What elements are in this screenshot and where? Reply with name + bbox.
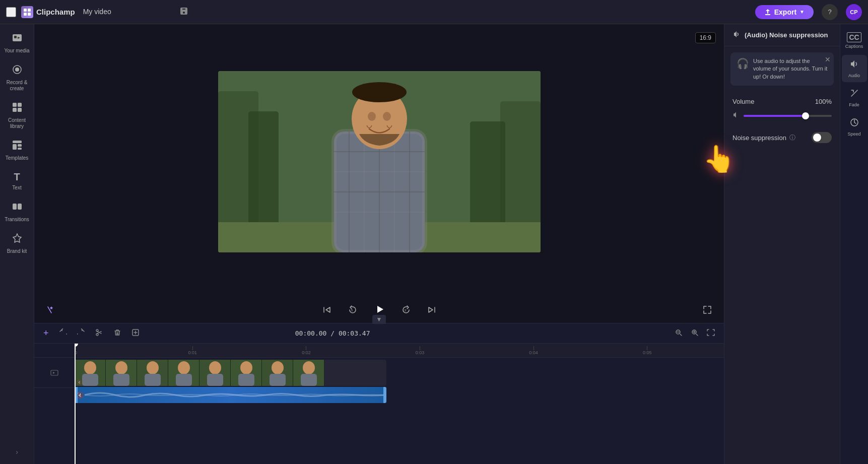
timeline-toolbar: + 00:00.00 / 00:03.47 (34, 323, 724, 344)
svg-rect-67 (270, 374, 286, 386)
svg-rect-70 (301, 374, 317, 386)
volume-label: Volume (732, 98, 754, 105)
sidebar-item-templates[interactable]: Templates (2, 136, 32, 165)
svg-point-66 (272, 361, 284, 374)
sidebar-item-brand-kit[interactable]: Brand kit (2, 229, 32, 258)
fast-forward-button[interactable]: 5 (398, 303, 415, 319)
timeline-track-labels (34, 344, 75, 464)
svg-rect-12 (13, 141, 22, 143)
sidebar-item-label-content-library: Content library (4, 117, 30, 129)
sidebar-collapse-button[interactable]: › (12, 444, 22, 460)
zoom-in-button[interactable] (688, 327, 702, 340)
speed-label: Speed (847, 131, 860, 137)
audio-right-icon (849, 59, 859, 72)
rewind-button[interactable]: 5 (344, 303, 361, 319)
center-area: 16:9 (34, 24, 724, 464)
sidebar-item-label-brand-kit: Brand kit (7, 248, 27, 254)
volume-slider[interactable] (744, 115, 832, 117)
svg-point-54 (147, 361, 159, 374)
audio-control-section: Volume 100% Noise suppression (724, 92, 840, 153)
audio-panel: (Audio) Noise suppression ✕ 🎧 Use audio … (724, 24, 840, 464)
noise-suppression-label: Noise suppression (732, 134, 786, 142)
sidebar-item-transitions[interactable]: Transitions (2, 197, 32, 227)
audio-track[interactable]: 🔇 (75, 387, 386, 403)
video-frame-6 (231, 360, 262, 386)
svg-point-7 (15, 68, 19, 72)
svg-text:5: 5 (405, 309, 407, 312)
menu-button[interactable] (6, 7, 16, 17)
svg-rect-13 (13, 144, 17, 150)
skip-forward-button[interactable] (423, 303, 440, 319)
speed-icon (849, 117, 859, 130)
right-panel-audio[interactable]: Audio (842, 55, 867, 82)
svg-rect-8 (13, 103, 17, 107)
aspect-ratio-badge[interactable]: 16:9 (695, 32, 716, 43)
profile-button[interactable]: CP (846, 4, 862, 20)
your-media-icon (12, 32, 23, 46)
skip-back-button[interactable] (318, 303, 336, 319)
fullscreen-button[interactable] (699, 303, 716, 319)
hint-box-content: 🎧 Use audio to adjust the volume of your… (737, 57, 828, 81)
hint-box-close-button[interactable]: ✕ (825, 55, 831, 63)
topbar-left: Clipchamp (6, 6, 755, 18)
zoom-out-button[interactable] (672, 327, 686, 340)
ruler-mark-3: 0:03 (416, 346, 425, 355)
svg-rect-9 (18, 103, 22, 107)
video-frame-1: 🔇 (75, 360, 106, 386)
sidebar-item-content-library[interactable]: Content library (2, 98, 32, 134)
video-preview (218, 71, 541, 252)
volume-slider-thumb[interactable] (802, 112, 809, 119)
right-panel-speed[interactable]: Speed (842, 113, 867, 141)
export-button[interactable]: Export ▼ (755, 5, 814, 19)
svg-point-48 (84, 361, 96, 374)
timeline-collapse-button[interactable]: ▼ (372, 315, 386, 324)
noise-suppression-toggle[interactable] (812, 132, 832, 143)
preview-area: 16:9 (34, 24, 724, 299)
ruler-mark-5: 0:05 (643, 346, 652, 355)
preview-toolbar-right (699, 303, 716, 319)
svg-point-38 (352, 82, 407, 102)
svg-point-51 (115, 361, 127, 374)
templates-icon (12, 140, 23, 153)
playhead (75, 344, 76, 464)
right-panel-fade[interactable]: Fade (842, 84, 867, 111)
sidebar-item-label-templates: Templates (6, 155, 29, 161)
sidebar-item-your-media[interactable]: Your media (2, 28, 32, 58)
svg-rect-2 (24, 13, 27, 16)
timeline-fullscreen-button[interactable] (704, 327, 718, 340)
video-track[interactable]: 🔇 (75, 360, 386, 386)
svg-rect-61 (207, 374, 223, 386)
save-icon (179, 7, 188, 18)
timeline-sticker-button[interactable] (128, 327, 143, 340)
svg-point-37 (383, 112, 391, 121)
volume-low-icon (732, 111, 740, 120)
right-panel-captions[interactable]: CC Captions (842, 28, 867, 53)
timeline-undo-button[interactable] (56, 327, 70, 340)
svg-point-57 (178, 361, 190, 374)
svg-rect-14 (18, 144, 22, 147)
audio-right-label: Audio (848, 73, 860, 78)
timeline-delete-button[interactable] (110, 327, 124, 340)
sidebar-item-record-create[interactable]: Record & create (2, 60, 32, 96)
video-title-input[interactable] (80, 7, 174, 17)
svg-rect-11 (18, 108, 22, 112)
audio-panel-header: (Audio) Noise suppression (724, 24, 840, 46)
video-frame-2 (106, 360, 137, 386)
timeline-redo-button[interactable] (74, 327, 88, 340)
timeline-cut-button[interactable] (92, 327, 106, 340)
toggle-knob (813, 134, 821, 142)
timeline-add-button[interactable]: + (40, 326, 52, 340)
svg-rect-10 (13, 108, 17, 112)
sidebar-item-text[interactable]: T Text (2, 167, 32, 195)
noise-suppression-info-icon[interactable]: ⓘ (789, 134, 795, 142)
main-content: Your media Record & create Content libra… (0, 24, 868, 464)
svg-rect-1 (28, 9, 31, 12)
topbar: Clipchamp Export ▼ ? CP (0, 0, 868, 24)
svg-point-69 (303, 361, 315, 374)
preview-toolbar-left (42, 303, 59, 319)
help-button[interactable]: ? (822, 4, 838, 20)
svg-rect-17 (18, 204, 22, 210)
magic-wand-button[interactable] (42, 303, 59, 319)
timeline-zoom-controls (672, 327, 718, 340)
audio-track-right-handle[interactable] (383, 387, 386, 403)
